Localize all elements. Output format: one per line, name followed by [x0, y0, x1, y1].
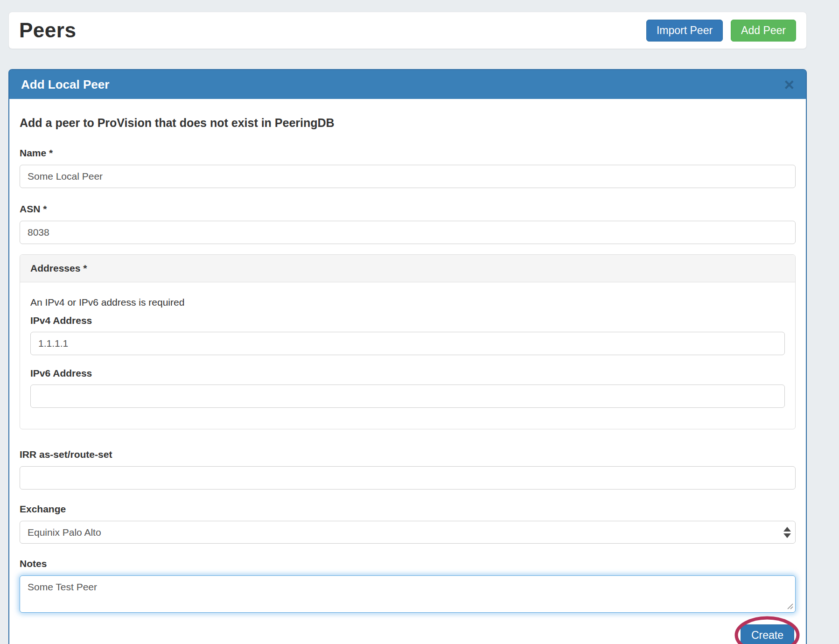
ipv6-label: IPv6 Address — [30, 368, 785, 379]
ipv6-field-group: IPv6 Address — [30, 368, 785, 408]
exchange-field-group: Exchange Equinix Palo Alto — [20, 504, 796, 544]
asn-input[interactable] — [20, 221, 796, 244]
addresses-hint: An IPv4 or IPv6 address is required — [30, 297, 785, 308]
panel-header: Add Local Peer × — [9, 70, 806, 99]
panel-title: Add Local Peer — [21, 77, 109, 92]
peers-header-card: Peers Import Peer Add Peer — [8, 12, 807, 49]
name-input[interactable] — [20, 165, 796, 188]
notes-field-group: Notes Some Test Peer — [20, 558, 796, 613]
exchange-select[interactable]: Equinix Palo Alto — [20, 521, 796, 544]
irr-field-group: IRR as-set/route-set — [20, 449, 796, 490]
intro-text: Add a peer to ProVision that does not ex… — [20, 116, 796, 130]
addresses-fieldset: Addresses * An IPv4 or IPv6 address is r… — [20, 254, 796, 429]
name-label: Name * — [20, 147, 796, 159]
addresses-body: An IPv4 or IPv6 address is required IPv4… — [20, 282, 795, 429]
close-icon[interactable]: × — [784, 76, 794, 93]
exchange-label: Exchange — [20, 504, 796, 515]
add-peer-button[interactable]: Add Peer — [731, 20, 796, 42]
ipv4-label: IPv4 Address — [30, 315, 785, 326]
irr-label: IRR as-set/route-set — [20, 449, 796, 460]
ipv4-input[interactable] — [30, 332, 785, 355]
asn-label: ASN * — [20, 203, 796, 215]
ipv4-field-group: IPv4 Address — [30, 315, 785, 355]
import-peer-button[interactable]: Import Peer — [646, 20, 723, 42]
addresses-header: Addresses * — [20, 255, 795, 282]
ipv6-input[interactable] — [30, 385, 785, 408]
page-container: Peers Import Peer Add Peer Add Local Pee… — [8, 12, 807, 644]
notes-label: Notes — [20, 558, 796, 569]
exchange-selected-value: Equinix Palo Alto — [28, 527, 101, 538]
panel-body: Add a peer to ProVision that does not ex… — [9, 99, 806, 644]
header-actions: Import Peer Add Peer — [646, 20, 796, 42]
irr-input[interactable] — [20, 466, 796, 490]
panel-footer: Create — [20, 624, 796, 644]
addresses-legend: Addresses * — [30, 263, 87, 274]
notes-textarea[interactable]: Some Test Peer — [20, 575, 796, 613]
add-local-peer-panel: Add Local Peer × Add a peer to ProVision… — [8, 69, 807, 644]
create-button[interactable]: Create — [741, 624, 794, 644]
asn-field-group: ASN * — [20, 203, 796, 244]
page-title: Peers — [19, 19, 76, 42]
name-field-group: Name * — [20, 147, 796, 188]
